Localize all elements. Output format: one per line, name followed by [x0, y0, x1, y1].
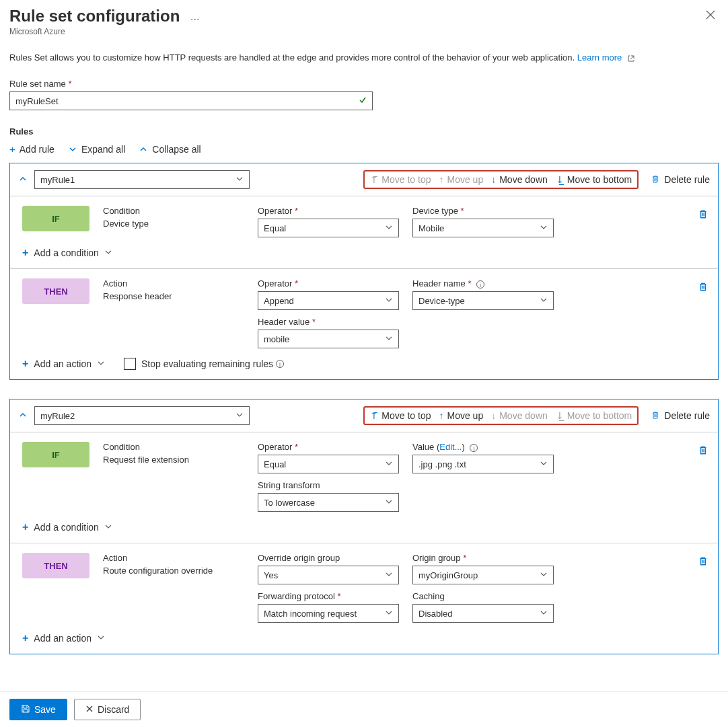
- add-action-button[interactable]: + Add an action: [22, 358, 105, 370]
- operator-select[interactable]: Equal: [258, 455, 399, 473]
- page-subtitle: Microsoft Azure: [9, 27, 199, 36]
- then-badge: THEN: [22, 278, 89, 304]
- rule-box: myRule2 ↑̄Move to top ↑Move up ↓Move dow…: [9, 399, 719, 654]
- save-icon: [21, 704, 30, 714]
- string-transform-select[interactable]: To lowercase: [258, 493, 399, 512]
- add-action-button[interactable]: + Add an action: [22, 632, 706, 644]
- override-origin-select[interactable]: Yes: [258, 566, 399, 584]
- collapse-rule-button[interactable]: [18, 174, 28, 186]
- operator-select[interactable]: Equal: [258, 219, 399, 237]
- save-button[interactable]: Save: [9, 699, 67, 714]
- action-type: Response header: [103, 291, 244, 301]
- move-down-button[interactable]: ↓Move down: [491, 174, 548, 185]
- info-icon[interactable]: i: [276, 360, 284, 368]
- header-name-select[interactable]: Device-type: [412, 291, 554, 310]
- move-toolbar: ↑̄Move to top ↑Move up ↓Move down ↓̲Move…: [363, 406, 639, 425]
- header-value-select[interactable]: mobile: [258, 330, 399, 348]
- add-condition-button[interactable]: + Add a condition: [22, 521, 706, 533]
- close-icon: [85, 704, 94, 714]
- chevron-down-icon: [385, 459, 393, 469]
- forwarding-protocol-label: Forwarding protocol: [258, 591, 335, 601]
- device-type-select[interactable]: Mobile: [412, 219, 554, 237]
- move-bottom-button: ↓̲Move to bottom: [556, 410, 632, 421]
- plus-icon: +: [22, 521, 28, 533]
- origin-group-select[interactable]: myOriginGroup: [412, 566, 554, 584]
- rule-name-select[interactable]: myRule1: [34, 170, 250, 189]
- operator-label: Operator: [258, 278, 292, 289]
- string-transform-label: String transform: [258, 480, 320, 490]
- chevron-down-icon: [235, 175, 244, 185]
- info-icon[interactable]: i: [470, 444, 478, 452]
- chevron-down-icon: [385, 498, 393, 508]
- move-top-button: ↑̄Move to top: [370, 174, 431, 185]
- chevron-down-icon: [385, 334, 393, 344]
- delete-action-button[interactable]: [698, 556, 708, 569]
- chevron-down-icon: [540, 570, 548, 580]
- action-type: Route configuration override: [103, 566, 244, 576]
- chevron-down-icon: [540, 296, 548, 306]
- collapse-all-button[interactable]: Collapse all: [139, 143, 201, 155]
- move-bottom-button[interactable]: ↓̲Move to bottom: [556, 174, 632, 185]
- collapse-rule-button[interactable]: [18, 410, 28, 422]
- condition-type: Request file extension: [103, 455, 244, 465]
- delete-rule-button[interactable]: Delete rule: [651, 410, 710, 422]
- value-select[interactable]: .jpg .png .txt: [412, 455, 554, 473]
- move-top-button[interactable]: ↑̄Move to top: [370, 410, 431, 421]
- override-origin-label: Override origin group: [258, 553, 340, 563]
- more-menu-icon[interactable]: ···: [190, 13, 199, 26]
- trash-icon: [651, 410, 660, 422]
- header-value-label: Header value: [258, 317, 310, 327]
- chevron-down-icon: [68, 145, 77, 154]
- forwarding-protocol-select[interactable]: Match incoming request: [258, 604, 399, 623]
- device-type-label: Device type: [412, 206, 458, 216]
- chevron-down-icon: [540, 223, 548, 233]
- delete-condition-button[interactable]: [698, 445, 708, 458]
- move-up-button[interactable]: ↑Move up: [439, 410, 484, 421]
- close-button[interactable]: [702, 7, 719, 26]
- rule-name-select[interactable]: myRule2: [34, 406, 250, 425]
- chevron-down-icon: [385, 570, 393, 580]
- caching-select[interactable]: Disabled: [412, 604, 554, 623]
- plus-icon: +: [22, 358, 28, 370]
- ruleset-name-input[interactable]: myRuleSet: [9, 91, 373, 110]
- plus-icon: +: [9, 143, 15, 155]
- description-text: Rules Set allows you to customize how HT…: [9, 52, 719, 63]
- operator-label: Operator: [258, 442, 292, 452]
- chevron-down-icon: [540, 609, 548, 619]
- rule-box: myRule1 ↑̄Move to top ↑Move up ↓Move dow…: [9, 163, 719, 380]
- discard-button[interactable]: Discard: [74, 699, 141, 714]
- condition-label: Condition: [103, 442, 244, 452]
- add-condition-button[interactable]: + Add a condition: [22, 247, 706, 259]
- condition-label: Condition: [103, 206, 244, 216]
- trash-icon: [651, 174, 660, 186]
- header-name-label: Header name: [412, 278, 466, 289]
- chevron-down-icon: [104, 248, 112, 258]
- plus-icon: +: [22, 247, 28, 259]
- learn-more-link[interactable]: Learn more: [577, 52, 622, 63]
- expand-all-button[interactable]: Expand all: [68, 143, 125, 155]
- operator-label: Operator: [258, 206, 292, 216]
- add-rule-button[interactable]: + Add rule: [9, 143, 54, 155]
- rules-section-title: Rules: [9, 126, 719, 137]
- action-label: Action: [103, 278, 244, 289]
- action-label: Action: [103, 553, 244, 563]
- plus-icon: +: [22, 632, 28, 644]
- then-badge: THEN: [22, 553, 89, 578]
- if-badge: IF: [22, 206, 89, 231]
- delete-rule-button[interactable]: Delete rule: [651, 174, 710, 186]
- move-toolbar: ↑̄Move to top ↑Move up ↓Move down ↓̲Move…: [363, 170, 639, 189]
- delete-condition-button[interactable]: [698, 208, 708, 222]
- condition-type: Device type: [103, 219, 244, 229]
- edit-link[interactable]: Edit...: [439, 442, 462, 452]
- info-icon[interactable]: i: [476, 280, 484, 289]
- action-operator-select[interactable]: Append: [258, 291, 399, 310]
- ruleset-name-label: Rule set name: [9, 79, 66, 89]
- checkmark-icon: [359, 96, 367, 106]
- chevron-down-icon: [385, 296, 393, 306]
- chevron-up-icon: [139, 145, 148, 154]
- chevron-down-icon: [540, 459, 548, 469]
- if-badge: IF: [22, 442, 89, 467]
- delete-action-button[interactable]: [698, 281, 708, 295]
- stop-evaluating-checkbox[interactable]: Stop evaluating remaining rules i: [124, 358, 284, 370]
- external-link-icon: [627, 54, 635, 63]
